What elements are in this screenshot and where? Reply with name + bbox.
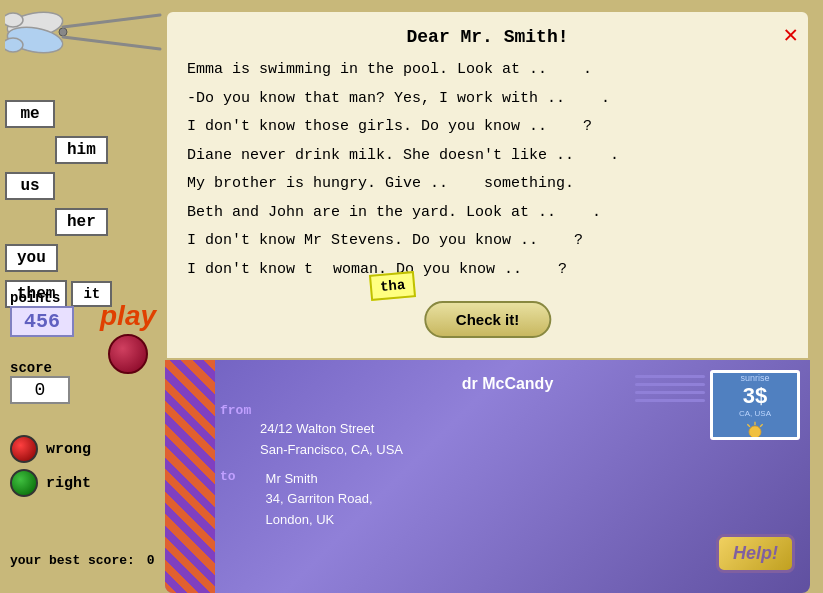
right-indicator: right — [10, 469, 91, 497]
svg-point-2 — [5, 13, 23, 27]
score-display: score 0 — [10, 360, 70, 404]
word-her[interactable]: her — [55, 208, 108, 236]
dragging-word[interactable]: tha — [369, 271, 416, 301]
svg-point-7 — [749, 426, 761, 437]
from-line2: San-Francisco, CA, USA — [260, 442, 403, 457]
best-score-display: your best score: 0 — [10, 553, 154, 568]
to-name: Mr Smith — [266, 471, 318, 486]
svg-line-5 — [63, 15, 160, 27]
stamp: sunrise 3$ CA, USA — [710, 370, 800, 440]
letter-line-4: Diane never drink milk. She doesn't like… — [187, 145, 788, 168]
letter-title: Dear Mr. Smith! — [187, 27, 788, 47]
envelope: dr McCandy from 24/12 Walton Street San-… — [165, 360, 810, 593]
wrong-indicator: wrong — [10, 435, 91, 463]
best-score-label: your best score: — [10, 553, 135, 568]
help-button[interactable]: Help! — [716, 534, 795, 573]
points-value: 456 — [10, 306, 74, 337]
envelope-body: dr McCandy from 24/12 Walton Street San-… — [220, 375, 795, 578]
wrong-label: wrong — [46, 441, 91, 458]
recipient-name: dr McCandy — [220, 375, 795, 393]
feedback-indicators: wrong right — [10, 435, 91, 497]
wrong-icon — [10, 435, 38, 463]
stamp-sun-icon — [740, 420, 770, 437]
to-label: to — [220, 469, 236, 484]
svg-line-6 — [63, 37, 160, 49]
letter-line-1: Emma is swimming in the pool. Look at ..… — [187, 59, 788, 82]
stamp-value: 3$ — [743, 383, 767, 409]
svg-line-10 — [747, 424, 750, 427]
word-us[interactable]: us — [5, 172, 55, 200]
stamp-region: CA, USA — [739, 409, 771, 418]
from-label: from — [220, 403, 251, 418]
close-button[interactable]: ✕ — [784, 20, 798, 49]
word-you[interactable]: you — [5, 244, 58, 272]
word-me[interactable]: me — [5, 100, 55, 128]
check-button[interactable]: Check it! — [424, 301, 551, 338]
letter-line-5: My brother is hungry. Give .. something. — [187, 173, 788, 196]
scissors-icon — [5, 5, 165, 60]
stamp-subtitle: sunrise — [740, 373, 769, 383]
play-circle-icon — [108, 334, 148, 374]
postmark — [635, 375, 705, 435]
right-icon — [10, 469, 38, 497]
letter-line-8: I don't know twoman. Do you know .. ? — [187, 259, 788, 282]
svg-point-4 — [59, 28, 67, 36]
score-label: score — [10, 360, 70, 376]
envelope-stripe — [165, 360, 215, 593]
to-line2: London, UK — [266, 512, 335, 527]
to-address: to Mr Smith 34, Garriton Road, London, U… — [220, 469, 795, 531]
letter-line-2: -Do you know that man? Yes, I work with … — [187, 88, 788, 111]
letter-line-6: Beth and John are in the yard. Look at .… — [187, 202, 788, 225]
best-score-value: 0 — [147, 553, 155, 568]
points-label: points — [10, 290, 74, 306]
letter-line-3: I don't know those girls. Do you know ..… — [187, 116, 788, 139]
to-line1: 34, Garriton Road, — [266, 491, 373, 506]
letter-paper: Dear Mr. Smith! Emma is swimming in the … — [165, 10, 810, 360]
svg-point-3 — [5, 38, 23, 52]
points-display: points 456 — [10, 290, 74, 337]
score-value: 0 — [10, 376, 70, 404]
from-address: from 24/12 Walton Street San-Francisco, … — [220, 401, 795, 461]
svg-line-9 — [760, 424, 763, 427]
word-him[interactable]: him — [55, 136, 108, 164]
word-bank: me him us her you them it — [5, 100, 112, 308]
play-button[interactable]: play — [100, 300, 156, 374]
right-label: right — [46, 475, 91, 492]
play-label: play — [100, 300, 156, 332]
letter-line-7: I don't know Mr Stevens. Do you know .. … — [187, 230, 788, 253]
from-line1: 24/12 Walton Street — [260, 421, 374, 436]
